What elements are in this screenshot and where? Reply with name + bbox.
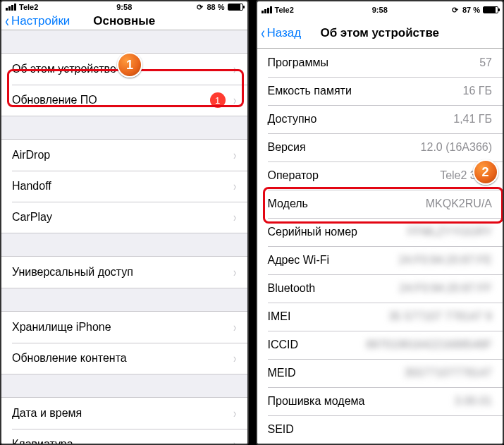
carrier-label: Tele2 bbox=[19, 3, 38, 11]
chevron-left-icon: ‹ bbox=[5, 13, 9, 30]
row-carplay[interactable]: CarPlay› bbox=[1, 202, 247, 233]
chevron-right-icon: › bbox=[233, 406, 235, 421]
status-right: ⟳ 88 % bbox=[195, 3, 242, 11]
row-seid[interactable]: SEID bbox=[257, 415, 503, 444]
row-keyboard[interactable]: Клавиатура› bbox=[1, 429, 247, 445]
back-label: Назад bbox=[267, 26, 302, 40]
row-version[interactable]: Версия12.0 (16A366) bbox=[257, 133, 503, 161]
battery-icon bbox=[228, 4, 243, 11]
battery-percent: 87 % bbox=[462, 6, 480, 14]
row-datetime[interactable]: Дата и время› bbox=[1, 398, 247, 429]
row-model[interactable]: МодельMKQK2RU/A bbox=[257, 190, 503, 218]
row-apps[interactable]: Программы57 bbox=[257, 49, 503, 77]
sync-icon: ⟳ bbox=[451, 6, 460, 14]
row-imei[interactable]: IMEI35 577107 778147 9 bbox=[257, 303, 503, 331]
chevron-right-icon: › bbox=[233, 148, 235, 163]
row-wifi[interactable]: Адрес Wi-Fi24:F0:94:20:87:FE bbox=[257, 246, 503, 274]
two-phone-layout: Tele2 9:58 ⟳ 88 % ‹ Настройки Основные О… bbox=[0, 0, 504, 445]
left-phone: Tele2 9:58 ⟳ 88 % ‹ Настройки Основные О… bbox=[0, 0, 249, 445]
nav-header: ‹ Настройки Основные bbox=[1, 13, 247, 30]
row-bgrefresh[interactable]: Обновление контента› bbox=[1, 343, 247, 374]
row-carrier[interactable]: ОператорTele2 33.0 bbox=[257, 161, 503, 190]
battery-icon bbox=[483, 6, 498, 13]
back-label: Настройки bbox=[11, 14, 70, 28]
row-modem[interactable]: Прошивка модема3.00.01 bbox=[257, 387, 503, 415]
chevron-right-icon: › bbox=[233, 210, 235, 225]
status-bar: Tele2 9:58 ⟳ 88 % bbox=[1, 1, 247, 13]
row-serial[interactable]: Серийный номерFFMLZYYGGRY bbox=[257, 218, 503, 246]
row-available[interactable]: Доступно1,41 ГБ bbox=[257, 105, 503, 133]
row-accessibility[interactable]: Универсальный доступ› bbox=[1, 257, 247, 288]
chevron-right-icon: › bbox=[233, 437, 235, 446]
chevron-right-icon: › bbox=[233, 265, 235, 280]
row-capacity[interactable]: Емкость памяти16 ГБ bbox=[257, 77, 503, 105]
status-right: ⟳ 87 % bbox=[451, 6, 498, 14]
signal-icon bbox=[262, 6, 272, 13]
row-bluetooth[interactable]: Bluetooth24:F0:94:20:87:FF bbox=[257, 274, 503, 303]
row-airdrop[interactable]: AirDrop› bbox=[1, 140, 247, 171]
status-time: 9:58 bbox=[372, 6, 388, 14]
about-list: Программы57 Емкость памяти16 ГБ Доступно… bbox=[257, 49, 503, 444]
chevron-right-icon: › bbox=[233, 351, 235, 366]
signal-icon bbox=[6, 4, 16, 11]
page-title: Об этом устройстве bbox=[320, 26, 439, 40]
carrier-label: Tele2 bbox=[275, 6, 294, 14]
settings-list: Об этом устройстве› Обновление ПО1› AirD… bbox=[1, 30, 247, 445]
chevron-right-icon: › bbox=[233, 320, 235, 335]
row-handoff[interactable]: Handoff› bbox=[1, 171, 247, 202]
chevron-left-icon: ‹ bbox=[261, 25, 265, 42]
update-badge: 1 bbox=[210, 92, 226, 108]
page-title: Основные bbox=[93, 14, 155, 28]
row-about[interactable]: Об этом устройстве› bbox=[1, 54, 247, 85]
sync-icon: ⟳ bbox=[195, 3, 204, 11]
right-phone: Tele2 9:58 ⟳ 87 % ‹ Назад Об этом устрой… bbox=[256, 0, 505, 445]
chevron-right-icon: › bbox=[233, 93, 235, 108]
row-storage[interactable]: Хранилище iPhone› bbox=[1, 312, 247, 343]
back-button[interactable]: ‹ Настройки bbox=[1, 13, 70, 30]
row-iccid[interactable]: ICCID8970199164221688548F bbox=[257, 331, 503, 359]
battery-percent: 88 % bbox=[207, 3, 224, 11]
row-meid[interactable]: MEID35577107778147 bbox=[257, 359, 503, 387]
chevron-right-icon: › bbox=[233, 179, 235, 194]
status-left: Tele2 bbox=[262, 6, 294, 14]
status-time: 9:58 bbox=[116, 3, 132, 11]
back-button[interactable]: ‹ Назад bbox=[257, 25, 302, 42]
nav-header: ‹ Назад Об этом устройстве bbox=[257, 18, 503, 49]
status-left: Tele2 bbox=[6, 3, 38, 11]
chevron-right-icon: › bbox=[233, 62, 235, 77]
status-bar: Tele2 9:58 ⟳ 87 % bbox=[257, 1, 503, 18]
row-software-update[interactable]: Обновление ПО1› bbox=[1, 85, 247, 116]
